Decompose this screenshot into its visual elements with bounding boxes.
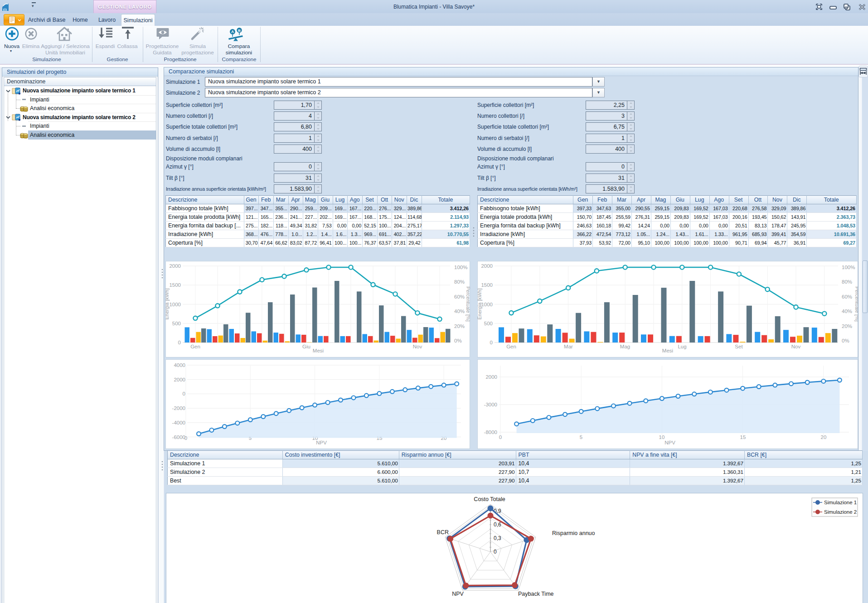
- svg-text:0: 0: [494, 549, 497, 555]
- svg-text:Payback Time: Payback Time: [518, 591, 554, 597]
- svg-text:0: 0: [178, 340, 181, 345]
- svg-text:20%: 20%: [454, 323, 465, 329]
- svg-text:Mesi: Mesi: [662, 348, 673, 353]
- svg-text:100%: 100%: [454, 265, 467, 270]
- svg-text:Risparmio annuo: Risparmio annuo: [552, 530, 595, 536]
- svg-text:B: B: [238, 29, 241, 33]
- svg-text:20%: 20%: [842, 323, 852, 329]
- svg-text:5: 5: [580, 434, 582, 440]
- svg-text:Costo Totale: Costo Totale: [474, 496, 505, 502]
- svg-text:Mar: Mar: [564, 344, 573, 349]
- svg-text:40%: 40%: [454, 309, 465, 314]
- svg-text:80%: 80%: [842, 279, 852, 285]
- svg-text:A: A: [231, 29, 234, 34]
- svg-text:1000: 1000: [169, 302, 181, 307]
- svg-text:Nov: Nov: [413, 344, 422, 349]
- svg-text:Energia [kWh]: Energia [kWh]: [477, 288, 482, 319]
- svg-text:500: 500: [172, 321, 181, 326]
- svg-text:0: 0: [183, 391, 185, 396]
- svg-text:-8000: -8000: [484, 429, 497, 435]
- svg-text:Set: Set: [735, 344, 743, 349]
- svg-text:40%: 40%: [842, 309, 852, 314]
- svg-text:20: 20: [821, 434, 827, 440]
- svg-text:500: 500: [484, 321, 493, 326]
- svg-text:0: 0: [184, 435, 187, 441]
- svg-text:Nov: Nov: [791, 344, 801, 349]
- svg-text:100%: 100%: [842, 265, 855, 270]
- svg-text:1500: 1500: [169, 282, 181, 288]
- svg-text:0,3: 0,3: [494, 535, 501, 541]
- svg-text:Gen: Gen: [190, 344, 200, 349]
- svg-text:NPV: NPV: [316, 440, 327, 445]
- svg-text:Mesi: Mesi: [313, 348, 324, 353]
- svg-text:60%: 60%: [842, 294, 852, 299]
- svg-text:-6000: -6000: [172, 434, 185, 440]
- svg-text:80%: 80%: [454, 279, 465, 285]
- svg-text:1000: 1000: [481, 302, 493, 307]
- svg-text:Percentuale [%]: Percentuale [%]: [854, 286, 858, 322]
- svg-text:0,9: 0,9: [494, 508, 501, 514]
- svg-text:15: 15: [740, 434, 746, 440]
- svg-text:NPV: NPV: [664, 440, 675, 445]
- svg-text:Simulazione 1: Simulazione 1: [824, 500, 857, 505]
- svg-text:1500: 1500: [481, 282, 493, 288]
- svg-text:60%: 60%: [454, 294, 465, 299]
- svg-text:10: 10: [659, 434, 665, 440]
- svg-text:Lug: Lug: [678, 344, 686, 349]
- svg-text:-4000: -4000: [172, 420, 185, 425]
- svg-text:BCR: BCR: [437, 529, 449, 535]
- svg-text:0%: 0%: [842, 338, 849, 343]
- svg-text:0%: 0%: [454, 338, 462, 343]
- svg-text:2000: 2000: [169, 263, 181, 269]
- svg-text:Gen: Gen: [506, 344, 516, 349]
- svg-text:2000: 2000: [174, 377, 185, 382]
- svg-text:2000: 2000: [481, 263, 493, 269]
- svg-text:Mag: Mag: [620, 344, 630, 349]
- svg-text:0: 0: [490, 340, 493, 345]
- svg-text:Simulazione 2: Simulazione 2: [824, 509, 857, 515]
- svg-text:Giu: Giu: [302, 344, 310, 349]
- svg-text:NPV: NPV: [452, 591, 464, 597]
- svg-text:Energia [kWh]: Energia [kWh]: [165, 288, 170, 319]
- svg-text:-3000: -3000: [484, 402, 497, 407]
- svg-text:4000: 4000: [174, 362, 185, 368]
- svg-text:0,6: 0,6: [494, 521, 501, 528]
- svg-text:-2000: -2000: [172, 405, 185, 411]
- svg-text:0: 0: [499, 434, 502, 440]
- svg-text:Percentuale [%]: Percentuale [%]: [466, 286, 470, 322]
- svg-text:2000: 2000: [485, 374, 497, 380]
